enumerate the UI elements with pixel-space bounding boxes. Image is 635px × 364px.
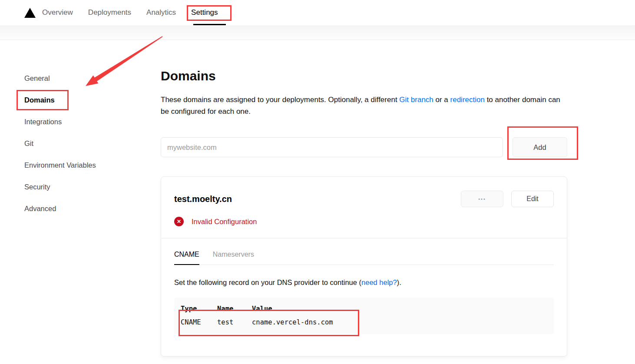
settings-sidebar: General Domains Integrations Git Environ… xyxy=(24,67,150,219)
dns-record-block: Type Name Value CNAME test cname.vercel-… xyxy=(174,298,554,334)
sidebar-item-domains[interactable]: Domains xyxy=(24,89,150,111)
git-branch-link[interactable]: Git branch xyxy=(399,96,433,104)
page-title: Domains xyxy=(161,69,216,83)
sidebar-item-advanced[interactable]: Advanced xyxy=(24,198,150,219)
dns-instruction: Set the following record on your DNS pro… xyxy=(174,278,554,287)
tab-cname[interactable]: CNAME xyxy=(174,251,199,265)
description-text: or a xyxy=(433,96,450,104)
instruction-text: Set the following record on your DNS pro… xyxy=(174,278,361,286)
record-value: cname.vercel-dns.com xyxy=(252,315,333,329)
domain-card-header: test.moelty.cn ••• Edit ✕ Invalid Config… xyxy=(161,177,567,238)
nav-item-deployments[interactable]: Deployments xyxy=(88,8,131,17)
active-tab-indicator xyxy=(193,24,226,25)
domain-name: test.moelty.cn xyxy=(174,194,232,204)
add-domain-row: Add xyxy=(161,137,567,157)
instruction-text: ). xyxy=(397,278,401,286)
vercel-logo-icon[interactable] xyxy=(24,8,36,18)
record-type: CNAME xyxy=(181,315,217,329)
sidebar-item-environment-variables[interactable]: Environment Variables xyxy=(24,154,150,176)
domain-status-row: ✕ Invalid Configuration xyxy=(174,217,554,226)
table-header-row: Type Name Value xyxy=(181,302,333,315)
need-help-link[interactable]: need help? xyxy=(361,278,397,286)
nav-item-overview[interactable]: Overview xyxy=(42,8,73,17)
description-text: These domains are assigned to your deplo… xyxy=(161,96,399,104)
domain-card-body: CNAME Nameservers Set the following reco… xyxy=(161,238,567,334)
redirection-link[interactable]: redirection xyxy=(450,96,485,104)
subheader-strip xyxy=(0,25,635,40)
dns-record-table: Type Name Value CNAME test cname.vercel-… xyxy=(181,302,333,329)
edit-domain-button[interactable]: Edit xyxy=(511,191,554,207)
domain-card-actions: ••• Edit xyxy=(461,191,554,207)
tab-nameservers[interactable]: Nameservers xyxy=(213,251,254,265)
record-name: test xyxy=(217,315,252,329)
column-header-value: Value xyxy=(252,302,333,315)
more-options-button[interactable]: ••• xyxy=(461,191,503,207)
nav-items: Overview Deployments Analytics Settings xyxy=(42,8,218,17)
nav-item-analytics[interactable]: Analytics xyxy=(146,8,176,17)
nav-item-settings[interactable]: Settings xyxy=(191,8,218,17)
top-nav: Overview Deployments Analytics Settings xyxy=(0,0,635,25)
column-header-type: Type xyxy=(181,302,217,315)
sidebar-item-security[interactable]: Security xyxy=(24,176,150,198)
sidebar-item-git[interactable]: Git xyxy=(24,132,150,154)
page-description: These domains are assigned to your deplo… xyxy=(161,94,565,117)
sidebar-item-general[interactable]: General xyxy=(24,67,150,89)
column-header-name: Name xyxy=(217,302,252,315)
record-tabs: CNAME Nameservers xyxy=(174,238,554,265)
domain-card: test.moelty.cn ••• Edit ✕ Invalid Config… xyxy=(161,176,567,357)
table-row: CNAME test cname.vercel-dns.com xyxy=(181,315,333,329)
add-domain-button[interactable]: Add xyxy=(513,137,567,157)
error-x-icon: ✕ xyxy=(174,217,184,226)
sidebar-item-integrations[interactable]: Integrations xyxy=(24,111,150,132)
status-badge: Invalid Configuration xyxy=(192,218,257,226)
domain-input[interactable] xyxy=(161,137,503,157)
